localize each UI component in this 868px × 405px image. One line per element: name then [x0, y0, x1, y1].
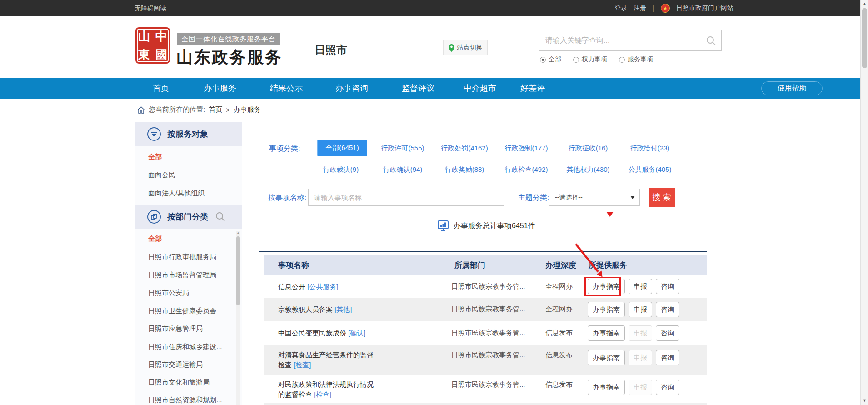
apply-button[interactable]: 申报: [629, 279, 652, 294]
item-name-link[interactable]: 对清真食品生产经营条件的监督检查: [278, 351, 374, 369]
consult-button[interactable]: 咨询: [656, 279, 679, 294]
guide-button[interactable]: 办事指南: [588, 350, 625, 365]
consult-button[interactable]: 咨询: [656, 302, 679, 317]
guide-button[interactable]: 办事指南: [588, 279, 625, 294]
tab-all[interactable]: 全部(6451): [317, 140, 367, 156]
item-name-label: 按事项名称:: [268, 193, 306, 203]
sidebar-item-citizens[interactable]: 面向公民: [148, 171, 175, 180]
search-icon[interactable]: [706, 35, 717, 46]
site-brand-title: 山东政务服务: [176, 46, 283, 69]
sidebar-item-dept-4[interactable]: 日照市卫生健康委员会: [148, 307, 216, 315]
sidebar-item-dept-1[interactable]: 日照市行政审批服务局: [148, 253, 216, 261]
sidebar-item-dept-8[interactable]: 日照市文化和旅游局: [148, 378, 210, 387]
item-name-link[interactable]: 信息公开: [278, 283, 305, 290]
table-row: 宗教教职人员备案 [其他] 日照市民族宗教事务管... 全程网办 办事指南 申报…: [264, 298, 707, 321]
tab-xingzheng-queren[interactable]: 行政确认(94): [383, 165, 423, 174]
home-icon: [137, 106, 145, 114]
tab-xingzheng-jiangli[interactable]: 行政奖励(88): [445, 165, 484, 174]
sidebar-item-dept-9[interactable]: 日照市自然资源和规划...: [148, 396, 222, 405]
scope-all[interactable]: 全部: [540, 55, 561, 64]
portal-link[interactable]: 日照市政府门户网站: [676, 4, 733, 12]
guide-button[interactable]: 办事指南: [588, 302, 625, 317]
sidebar-item-target-all[interactable]: 全部: [148, 153, 162, 161]
breadcrumb-separator: >: [226, 106, 230, 114]
scope-service-items[interactable]: 服务事项: [619, 55, 653, 64]
breadcrumb-home[interactable]: 首页: [209, 105, 222, 114]
sidebar-item-dept-7[interactable]: 日照市交通运输局: [148, 360, 203, 369]
item-tag-link[interactable]: [确认]: [348, 329, 365, 337]
search-button[interactable]: 搜索: [649, 188, 675, 207]
item-tag-link[interactable]: [检查]: [294, 361, 311, 369]
item-tag-link[interactable]: [检查]: [314, 390, 331, 398]
consult-button[interactable]: 咨询: [656, 380, 679, 395]
tab-qita-quanli[interactable]: 其他权力(430): [566, 165, 609, 174]
sidebar-item-dept-6[interactable]: 日照市住房和城乡建设...: [148, 343, 222, 351]
col-depth: 办理深度: [545, 260, 576, 270]
tab-xingzheng-jifu[interactable]: 行政给付(23): [630, 144, 670, 153]
item-name-link[interactable]: 中国公民变更民族成份: [278, 329, 346, 337]
browser-scrollbar-thumb[interactable]: [862, 8, 867, 68]
radio-checked-icon: [540, 57, 546, 63]
topic-select[interactable]: --请选择--: [549, 189, 640, 206]
breadcrumb-prefix: 您当前所在的位置:: [149, 105, 205, 114]
item-tag-link[interactable]: [公共服务]: [307, 283, 338, 290]
tab-xingzheng-qiangzhi[interactable]: 行政强制(177): [504, 144, 548, 153]
accessibility-link[interactable]: 无障碍阅读: [135, 0, 166, 16]
sidebar-scrollbar[interactable]: ▲: [236, 231, 240, 405]
item-name-link[interactable]: 宗教教职人员备案: [278, 305, 333, 313]
scope-power-items[interactable]: 权力事项: [573, 55, 607, 64]
main-nav: 首页 办事服务 结果公示 办事咨询 监督评议 中介超市 好差评 使用帮助: [0, 78, 860, 99]
sidebar-item-legal-persons[interactable]: 面向法人/其他组织: [148, 189, 205, 198]
page: 无障碍阅读 登录 注册 | ★ 日照市政府门户网站 山 中 東 國 全国一体化在…: [0, 0, 868, 405]
browser-scrollbar[interactable]: ▲ ▼: [860, 0, 868, 405]
keyword-search-input[interactable]: [545, 30, 700, 50]
nav-item-consult[interactable]: 办事咨询: [335, 78, 368, 99]
sidebar-item-dept-all[interactable]: 全部: [148, 235, 162, 243]
col-department: 所属部门: [454, 260, 485, 270]
scrollbar-up-icon[interactable]: ▲: [861, 1, 868, 6]
consult-button[interactable]: 咨询: [656, 325, 679, 341]
nav-item-supervision[interactable]: 监督评议: [402, 78, 434, 99]
tab-xingzheng-caijue[interactable]: 行政裁决(9): [323, 165, 359, 174]
nav-item-services[interactable]: 办事服务: [204, 78, 236, 99]
apply-button-disabled: 申报: [629, 380, 652, 395]
site-switch-label: 站点切换: [457, 44, 483, 52]
item-name-input[interactable]: [308, 189, 504, 206]
tab-xingzheng-chufa[interactable]: 行政处罚(4162): [441, 144, 488, 153]
tab-xingzheng-zhengshou[interactable]: 行政征收(16): [569, 144, 608, 153]
tab-xingzheng-xuke[interactable]: 行政许可(555): [381, 144, 424, 153]
tab-xingzheng-jiancha[interactable]: 行政检查(492): [504, 165, 548, 174]
nav-item-intermediary[interactable]: 中介超市: [464, 78, 496, 99]
register-link[interactable]: 注册: [634, 4, 646, 12]
item-tag-link[interactable]: [其他]: [334, 305, 352, 313]
help-button[interactable]: 使用帮助: [761, 81, 823, 95]
sidebar-item-dept-2[interactable]: 日照市市场监督管理局: [148, 271, 216, 280]
national-emblem-icon: ★: [661, 4, 670, 13]
apply-button[interactable]: 申报: [629, 302, 652, 317]
nav-item-home[interactable]: 首页: [153, 78, 169, 99]
item-depth: 信息发布: [545, 329, 573, 337]
site-switch-button[interactable]: 站点切换: [443, 40, 488, 55]
table-row: 信息公开 [公共服务] 日照市民族宗教事务管... 全程网办 办事指南 申报 咨…: [264, 275, 707, 298]
next-row-edge: [264, 403, 707, 405]
breadcrumb: 您当前所在的位置: 首页 > 办事服务: [137, 105, 261, 114]
nav-item-rating[interactable]: 好差评: [520, 78, 545, 99]
guide-button[interactable]: 办事指南: [588, 325, 625, 341]
department-search-icon[interactable]: [215, 212, 225, 222]
scrollbar-down-icon[interactable]: ▼: [861, 398, 868, 403]
sidebar-scrollbar-thumb[interactable]: [236, 236, 240, 305]
table-top-divider: [259, 251, 707, 252]
consult-button[interactable]: 咨询: [656, 350, 679, 365]
guide-button[interactable]: 办事指南: [588, 380, 625, 395]
sidebar-item-dept-3[interactable]: 日照市公安局: [148, 289, 189, 297]
col-item-name: 事项名称: [278, 260, 309, 270]
scrollbar-up-icon[interactable]: ▲: [236, 231, 240, 235]
login-link[interactable]: 登录: [614, 4, 627, 12]
col-services: 所提供服务: [589, 260, 627, 270]
sidebar-item-dept-5[interactable]: 日照市应急管理局: [148, 325, 203, 333]
breadcrumb-current[interactable]: 办事服务: [234, 105, 261, 114]
item-department: 日照市民族宗教事务管...: [451, 305, 525, 314]
tab-gonggong-fuwu[interactable]: 公共服务(405): [628, 165, 671, 174]
search-scope-radios: 全部 权力事项 服务事项: [540, 55, 653, 64]
nav-item-results[interactable]: 结果公示: [270, 78, 303, 99]
